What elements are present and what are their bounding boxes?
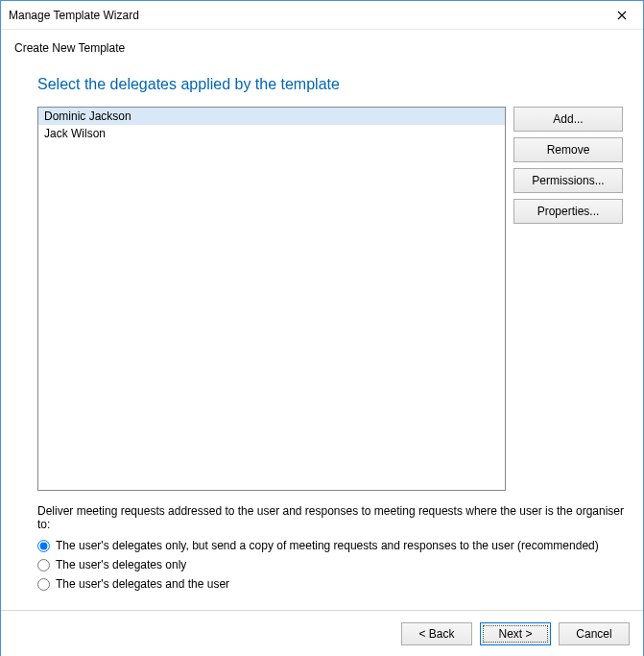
delivery-option[interactable]: The user's delegates only, but send a co… [37,539,630,552]
page-title: Select the delegates applied by the temp… [37,76,630,93]
list-item[interactable]: Jack Wilson [38,125,505,142]
titlebar: Manage Template Wizard [1,1,643,30]
delivery-radio[interactable] [37,578,50,591]
properties-button[interactable]: Properties... [513,199,623,224]
delivery-option[interactable]: The user's delegates and the user [37,577,630,591]
list-item[interactable]: Dominic Jackson [38,108,505,125]
close-button[interactable] [600,1,643,29]
cancel-button[interactable]: Cancel [559,622,630,645]
delivery-caption: Deliver meeting requests addressed to th… [37,504,630,531]
permissions-button[interactable]: Permissions... [513,168,623,193]
delivery-radio[interactable] [37,559,50,571]
delivery-option-label: The user's delegates only, but send a co… [56,539,599,552]
wizard-footer: < Back Next > Cancel [1,610,643,656]
side-buttons: Add... Remove Permissions... Properties.… [513,107,623,491]
back-button[interactable]: < Back [401,622,472,645]
window-title: Manage Template Wizard [9,9,600,22]
delivery-radio[interactable] [37,540,50,552]
remove-button[interactable]: Remove [513,137,623,162]
delegates-listbox[interactable]: Dominic JacksonJack Wilson [37,107,506,491]
delivery-option-label: The user's delegates only [56,558,186,571]
wizard-subtitle: Create New Template [14,41,630,55]
add-button[interactable]: Add... [513,107,623,132]
content-area: Create New Template Select the delegates… [1,30,643,591]
delivery-options: Deliver meeting requests addressed to th… [37,504,630,591]
main-area: Dominic JacksonJack Wilson Add... Remove… [37,107,630,491]
delivery-option[interactable]: The user's delegates only [37,558,630,571]
delivery-option-label: The user's delegates and the user [56,577,229,591]
next-button[interactable]: Next > [480,622,551,645]
close-icon [617,11,627,20]
